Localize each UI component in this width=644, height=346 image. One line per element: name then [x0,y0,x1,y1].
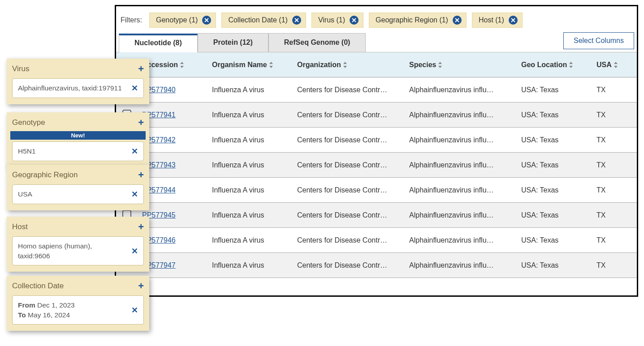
new-badge: New! [10,131,146,140]
remove-icon[interactable] [202,16,211,25]
col-geo-location[interactable]: Geo Location [521,61,596,69]
cell-organization: Centers for Disease Contr… [297,86,409,94]
table-row: PP577945 Influenza A virus Centers for D… [116,203,637,228]
cell-species: Alphainfluenzavirus influ… [409,211,521,219]
table-header: Accession Organism Name Organization Spe… [116,52,637,77]
cell-organization: Centers for Disease Contr… [297,236,409,244]
cell-usa: TX [596,86,628,94]
filter-card-value[interactable]: Alphainfluenzavirus, taxid:197911 ✕ [12,78,144,98]
cell-organism: Influenza A virus [212,86,297,94]
filter-card-title: Collection Date [12,282,64,290]
cell-species: Alphainfluenzavirus influ… [409,161,521,169]
filter-chip-virus[interactable]: Virus (1) [311,13,363,28]
cell-species: Alphainfluenzavirus influ… [409,261,521,269]
filter-chip-geographic-region[interactable]: Geographic Region (1) [369,13,467,28]
col-species[interactable]: Species [409,61,521,69]
filter-card-title: Host [12,222,28,231]
clear-icon[interactable]: ✕ [131,146,138,156]
cell-organization: Centers for Disease Contr… [297,186,409,194]
cell-organism: Influenza A virus [212,211,297,219]
remove-icon[interactable] [453,16,462,25]
select-columns-button[interactable]: Select Columns [563,32,634,49]
table-row: PP577940 Influenza A virus Centers for D… [116,77,637,103]
sort-icon [343,61,347,69]
cell-organism: Influenza A virus [212,136,297,144]
cell-usa: TX [596,236,628,244]
cell-organism: Influenza A virus [212,186,297,194]
results-table: Accession Organism Name Organization Spe… [116,52,637,278]
col-usa[interactable]: USA [596,61,628,69]
cell-geo: USA: Texas [521,136,596,144]
to-label: To [18,311,26,319]
cell-organism: Influenza A virus [212,161,297,169]
filter-chip-label: Genotype (1) [156,16,198,24]
plus-icon[interactable]: + [138,169,144,181]
cell-geo: USA: Texas [521,111,596,119]
filter-chip-genotype[interactable]: Genotype (1) [149,13,216,28]
filter-chip-label: Host (1) [479,16,504,24]
cell-geo: USA: Texas [521,161,596,169]
sort-icon [614,61,618,69]
filter-chip-label: Geographic Region (1) [376,16,448,24]
cell-usa: TX [596,111,628,119]
clear-icon[interactable]: ✕ [131,246,138,256]
cell-geo: USA: Texas [521,86,596,94]
plus-icon[interactable]: + [138,221,144,233]
cell-usa: TX [596,161,628,169]
clear-icon[interactable]: ✕ [131,189,138,199]
cell-usa: TX [596,261,628,269]
cell-usa: TX [596,186,628,194]
remove-icon[interactable] [292,16,301,25]
table-row: PP577946 Influenza A virus Centers for D… [116,228,637,253]
col-organization[interactable]: Organization [297,61,409,69]
clear-icon[interactable]: ✕ [131,305,138,315]
tab-refseq-genome[interactable]: RefSeq Genome (0) [268,33,366,52]
cell-usa: TX [596,136,628,144]
filter-card-title: Geographic Region [12,171,78,179]
sort-icon [438,61,442,69]
remove-icon[interactable] [350,16,359,25]
plus-icon[interactable]: + [138,280,144,292]
filter-card-title: Genotype [12,118,45,127]
filter-card-host: Host + Homo sapiens (human), taxid:9606 … [7,217,149,272]
cell-organism: Influenza A virus [212,111,297,119]
filter-card-geographic-region: Geographic Region + USA ✕ [7,165,149,210]
tab-nucleotide[interactable]: Nucleotide (8) [119,34,198,52]
cell-species: Alphainfluenzavirus influ… [409,186,521,194]
table-row: PP577941 Influenza A virus Centers for D… [116,103,637,128]
cell-usa: TX [596,211,628,219]
sort-icon [269,61,273,69]
cell-organization: Centers for Disease Contr… [297,136,409,144]
filter-card-title: Virus [12,64,29,73]
cell-geo: USA: Texas [521,261,596,269]
filter-chip-collection-date[interactable]: Collection Date (1) [221,13,306,28]
filter-card-value[interactable]: USA ✕ [12,184,144,204]
cell-organization: Centers for Disease Contr… [297,111,409,119]
filter-card-value[interactable]: From Dec 1, 2023 To May 16, 2024 ✕ [12,295,144,325]
col-accession[interactable]: Accession [142,61,212,69]
cell-organism: Influenza A virus [212,261,297,269]
cell-organization: Centers for Disease Contr… [297,261,409,269]
table-row: PP577943 Influenza A virus Centers for D… [116,153,637,178]
clear-icon[interactable]: ✕ [131,83,138,93]
cell-geo: USA: Texas [521,236,596,244]
plus-icon[interactable]: + [138,63,144,75]
cell-species: Alphainfluenzavirus influ… [409,136,521,144]
cell-species: Alphainfluenzavirus influ… [409,111,521,119]
sort-icon [180,61,184,69]
filter-chip-label: Collection Date (1) [228,16,288,24]
col-organism-name[interactable]: Organism Name [212,61,297,69]
remove-icon[interactable] [509,16,518,25]
filters-row: Filters: Genotype (1) Collection Date (1… [116,6,637,33]
from-label: From [18,301,35,309]
table-row: PP577944 Influenza A virus Centers for D… [116,178,637,203]
filter-card-genotype: Genotype + New! H5N1 ✕ [7,112,149,167]
cell-species: Alphainfluenzavirus influ… [409,236,521,244]
table-row: PP577947 Influenza A virus Centers for D… [116,253,637,278]
tab-protein[interactable]: Protein (12) [198,33,268,52]
filter-card-value[interactable]: Homo sapiens (human), taxid:9606 ✕ [12,236,144,265]
from-value: Dec 1, 2023 [37,301,75,309]
filter-chip-host[interactable]: Host (1) [472,13,523,28]
filter-card-value[interactable]: H5N1 ✕ [12,141,144,161]
plus-icon[interactable]: + [138,117,144,128]
